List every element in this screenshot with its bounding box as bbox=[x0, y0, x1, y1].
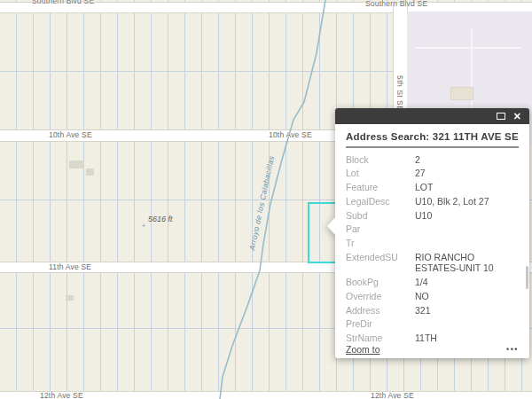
attribute-row: SubdU10 bbox=[346, 208, 519, 223]
street-label-10th-ave: 10th Ave SE bbox=[49, 130, 92, 139]
attribute-value: 321 bbox=[415, 305, 519, 316]
popup-header[interactable]: ✕ bbox=[335, 108, 529, 124]
attribute-label: Override bbox=[346, 291, 415, 301]
attribute-row: Tr bbox=[346, 237, 519, 251]
attribute-row: LegalDescU10, Blk 2, Lot 27 bbox=[346, 194, 519, 208]
attribute-value: RIO RANCHO ESTATES-UNIT 10 bbox=[415, 252, 519, 274]
street-label-southern-blvd: Southern Blvd SE bbox=[365, 0, 427, 8]
popup-footer: Zoom to ••• bbox=[346, 344, 519, 355]
elevation-label: 5616 ft bbox=[148, 215, 173, 223]
attribute-row: BookPg1/4 bbox=[346, 275, 519, 289]
attribute-value bbox=[415, 318, 519, 329]
attribute-value: 2 bbox=[415, 154, 519, 165]
popup-scrollbar[interactable] bbox=[526, 266, 528, 289]
attribute-value bbox=[415, 223, 519, 234]
attribute-label: Feature bbox=[346, 182, 415, 192]
attribute-value: 11TH bbox=[415, 332, 519, 343]
attribute-label: Tr bbox=[346, 238, 415, 248]
attribute-row: StrName11TH bbox=[346, 331, 519, 345]
maximize-icon[interactable] bbox=[497, 113, 505, 120]
attribute-row: OverrideNO bbox=[346, 289, 519, 303]
attribute-label: StrName bbox=[346, 332, 415, 343]
attribute-label: Par bbox=[346, 223, 415, 234]
street-label-5th-st: 5th St SE bbox=[395, 75, 404, 111]
street-label-12th-ave: 12th Ave SE bbox=[40, 391, 83, 399]
popup-title: Address Search: 321 11TH AVE SE bbox=[346, 124, 519, 142]
close-icon[interactable]: ✕ bbox=[513, 112, 521, 121]
attribute-table: Block2Lot27FeatureLOTLegalDescU10, Blk 2… bbox=[346, 153, 519, 345]
attribute-value: U10 bbox=[415, 210, 519, 221]
building-footprint bbox=[86, 168, 94, 176]
attribute-value bbox=[415, 238, 519, 248]
parcel-line bbox=[0, 71, 393, 72]
feature-popup: ✕ Address Search: 321 11TH AVE SE Block2… bbox=[335, 108, 529, 358]
attribute-row: ExtendedSURIO RANCHO ESTATES-UNIT 10 bbox=[346, 250, 519, 275]
attribute-label: BookPg bbox=[346, 277, 415, 287]
zone-path bbox=[414, 47, 520, 49]
attribute-row: FeatureLOT bbox=[346, 181, 519, 195]
street-label-southern-blvd: Southern Blvd SE bbox=[32, 0, 94, 5]
building-footprint bbox=[66, 295, 74, 301]
zoom-to-link[interactable]: Zoom to bbox=[346, 344, 380, 355]
attribute-label: Address bbox=[346, 305, 415, 316]
attribute-row: Block2 bbox=[346, 153, 519, 167]
building-footprint bbox=[450, 87, 473, 100]
popup-pointer bbox=[327, 217, 335, 235]
attribute-value: NO bbox=[415, 291, 519, 301]
attribute-label: Block bbox=[346, 154, 415, 165]
attribute-label: ExtendedSU bbox=[346, 252, 415, 274]
attribute-row: Lot27 bbox=[346, 167, 519, 181]
attribute-value: U10, Blk 2, Lot 27 bbox=[415, 196, 519, 207]
more-options-icon[interactable]: ••• bbox=[506, 345, 519, 354]
attribute-row: Par bbox=[346, 223, 519, 237]
attribute-label: PreDir bbox=[346, 318, 415, 329]
popup-title-divider bbox=[346, 146, 519, 148]
elevation-point-marker: + bbox=[142, 223, 145, 229]
attribute-label: Lot bbox=[346, 168, 415, 178]
attribute-label: Subd bbox=[346, 210, 415, 221]
attribute-value: LOT bbox=[415, 182, 519, 192]
attribute-row: PreDir bbox=[346, 317, 519, 332]
gis-map-application: Southern Blvd SE Southern Blvd SE 5th St… bbox=[0, 0, 532, 399]
attribute-row: Address321 bbox=[346, 303, 519, 317]
attribute-label: LegalDesc bbox=[346, 196, 415, 207]
street-label-11th-ave: 11th Ave SE bbox=[49, 262, 91, 271]
building-footprint bbox=[69, 160, 84, 168]
attribute-value: 27 bbox=[415, 168, 519, 178]
attribute-value: 1/4 bbox=[415, 277, 519, 287]
popup-body: Address Search: 321 11TH AVE SE Block2Lo… bbox=[335, 124, 529, 358]
street-label-12th-ave: 12th Ave SE bbox=[371, 391, 414, 399]
